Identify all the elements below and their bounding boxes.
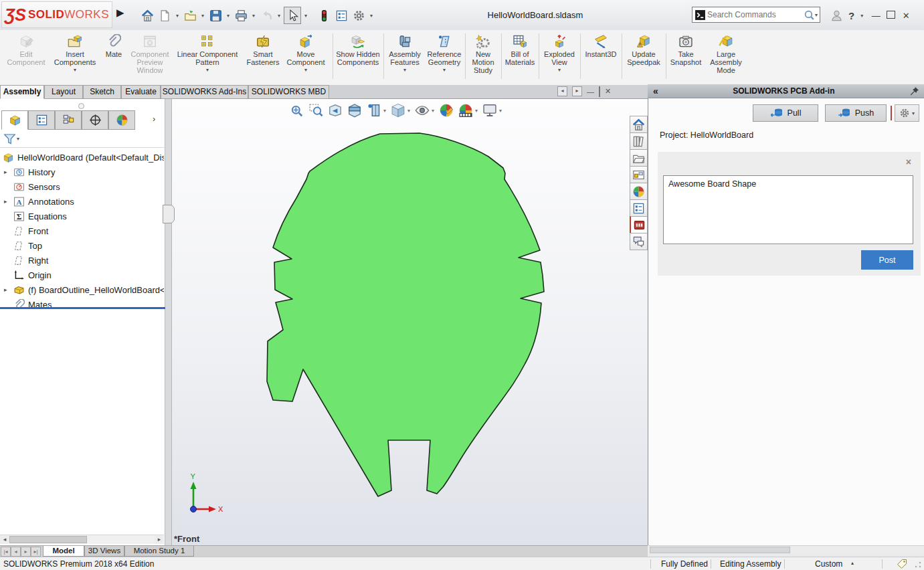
scrollbar-thumb[interactable] [650, 547, 790, 553]
tab-dimxpert-manager[interactable] [82, 110, 108, 130]
tag-icon[interactable] [897, 559, 907, 569]
login-button[interactable] [828, 7, 844, 23]
graphics-viewport[interactable]: Y X ▾ ▾ ▾ ▾ ▾ *Front [172, 99, 648, 545]
chevron-down-icon[interactable]: ▾ [432, 108, 434, 114]
next-tab-button[interactable]: ▸ [21, 547, 31, 557]
apply-scene-icon[interactable] [458, 103, 473, 118]
chevron-down-icon[interactable]: ▾ [407, 108, 410, 114]
tab-sketch[interactable]: Sketch [83, 85, 121, 99]
tree-item-sensors[interactable]: Sensors [0, 179, 164, 194]
tree-item-origin[interactable]: Origin [0, 268, 164, 282]
chevron-up-icon[interactable]: ▴ [851, 560, 854, 566]
save-button[interactable] [207, 7, 223, 23]
tab-motion-study-1[interactable]: Motion Study 1 [124, 546, 194, 557]
expander-icon[interactable]: ▸ [4, 198, 13, 205]
tab-property-manager[interactable] [28, 110, 55, 130]
strip-custom-properties-button[interactable] [630, 199, 648, 217]
view-settings-icon[interactable] [482, 103, 497, 118]
tree-item-mates[interactable]: Mates [0, 297, 164, 312]
tree-item-top-plane[interactable]: Top [0, 238, 164, 253]
rollback-bar-handle[interactable] [163, 205, 175, 223]
zoom-to-area-icon[interactable] [308, 103, 323, 118]
search-icon[interactable] [804, 9, 815, 21]
strip-view-palette-button[interactable] [630, 166, 648, 183]
ribbon-update-speedpak[interactable]: Update Speedpak [624, 32, 664, 83]
first-tab-button[interactable]: |◂ [1, 547, 11, 557]
tree-item-right-plane[interactable]: Right [0, 253, 164, 268]
select-tool-button[interactable] [284, 7, 301, 24]
chevron-down-icon[interactable]: ▾ [368, 13, 375, 19]
edit-appearance-icon[interactable] [439, 103, 454, 118]
ribbon-show-hidden-components[interactable]: Show Hidden Components [335, 32, 381, 83]
minimize-button[interactable]: — [869, 11, 883, 21]
tab-display-manager[interactable] [108, 110, 135, 130]
chevron-down-icon[interactable]: ▾ [17, 136, 19, 142]
panel-splitter-handle[interactable] [78, 103, 84, 109]
search-input[interactable] [706, 9, 804, 20]
previous-view-icon[interactable] [328, 103, 343, 118]
maximize-button[interactable] [887, 11, 895, 21]
strip-solidworks-pcb-button[interactable] [630, 216, 648, 233]
tree-item-boardoutline[interactable]: ▸(f) BoardOutline_HelloWorldBoard<1 [0, 282, 164, 297]
chevron-down-icon[interactable]: ▾ [558, 67, 561, 73]
search-commands-box[interactable]: ▾ [692, 7, 820, 23]
scroll-tabs-left-button[interactable]: ◂ [557, 86, 567, 96]
strip-file-explorer-button[interactable] [630, 149, 648, 167]
doc-minimize-button[interactable]: — [587, 88, 594, 96]
collapse-pane-button[interactable]: « [653, 86, 658, 96]
ribbon-move-component[interactable]: Move Component▾ [284, 32, 328, 83]
prev-tab-button[interactable]: ◂ [11, 547, 21, 557]
board-outline-shape[interactable] [267, 133, 544, 496]
help-button[interactable]: ? [848, 10, 854, 21]
ribbon-smart-fasteners[interactable]: Smart Fasteners [244, 32, 282, 83]
resize-grip[interactable] [914, 561, 922, 569]
file-properties-button[interactable] [333, 7, 349, 23]
ribbon-insert-components[interactable]: Insert Components▾ [50, 32, 100, 83]
chevron-down-icon[interactable]: ▾ [858, 13, 865, 19]
pin-icon[interactable] [909, 86, 919, 96]
tree-item-history[interactable]: ▸History [0, 165, 164, 179]
strip-appearances-button[interactable] [630, 183, 648, 200]
scroll-left-button[interactable]: ◂ [0, 535, 9, 544]
chevron-down-icon[interactable]: ▾ [815, 12, 818, 18]
chevron-down-icon[interactable]: ▾ [225, 13, 232, 19]
pull-button[interactable]: Pull [753, 104, 818, 122]
panel-splitter[interactable] [165, 99, 172, 545]
ribbon-bill-of-materials[interactable]: Bill of Materials [503, 32, 537, 83]
flyout-tree-arrow-icon[interactable]: › [153, 114, 155, 124]
last-tab-button[interactable]: ▸| [31, 547, 41, 557]
doc-restore-button[interactable] [599, 87, 600, 96]
strip-comments-button[interactable] [630, 233, 648, 250]
tree-item-equations[interactable]: ΣEquations [0, 209, 164, 223]
section-view-icon[interactable] [347, 103, 362, 118]
chevron-down-icon[interactable]: ▾ [302, 13, 309, 19]
strip-home-button[interactable] [630, 116, 648, 133]
tab-feature-manager[interactable] [1, 110, 28, 130]
expander-icon[interactable]: ▸ [4, 286, 13, 293]
chevron-down-icon[interactable]: ▾ [174, 13, 181, 19]
strip-design-library-button[interactable] [630, 132, 648, 150]
scroll-right-button[interactable]: ▸ [155, 535, 164, 544]
tab-evaluate[interactable]: Evaluate [121, 85, 161, 99]
search-scope-icon[interactable] [695, 9, 706, 21]
chevron-down-icon[interactable]: ▾ [250, 13, 257, 19]
push-button[interactable]: Push [825, 104, 887, 122]
scroll-tabs-right-button[interactable]: ▸ [572, 86, 582, 96]
tree-item-front-plane[interactable]: Front [0, 223, 164, 238]
tab-3d-views[interactable]: 3D Views [84, 546, 124, 557]
scrollbar-thumb[interactable] [9, 536, 87, 543]
unit-system-selector[interactable]: Custom [815, 559, 842, 569]
chevron-down-icon[interactable]: ▾ [199, 13, 206, 19]
doc-close-button[interactable]: ✕ [605, 87, 611, 96]
tab-configuration-manager[interactable] [55, 110, 82, 130]
ribbon-linear-component-pattern[interactable]: Linear Component Pattern▾ [173, 32, 242, 83]
tree-item-annotations[interactable]: ▸AAnnotations [0, 194, 164, 209]
new-document-button[interactable] [157, 7, 173, 23]
print-button[interactable] [233, 7, 249, 23]
tab-model[interactable]: Model [43, 546, 84, 557]
ribbon-new-motion-study[interactable]: New Motion Study [467, 32, 499, 83]
ribbon-instant3d[interactable]: Instant3D [582, 32, 620, 83]
close-icon[interactable]: × [906, 157, 911, 167]
view-orientation-icon[interactable] [391, 103, 405, 118]
annotation-views-icon[interactable] [367, 103, 381, 118]
